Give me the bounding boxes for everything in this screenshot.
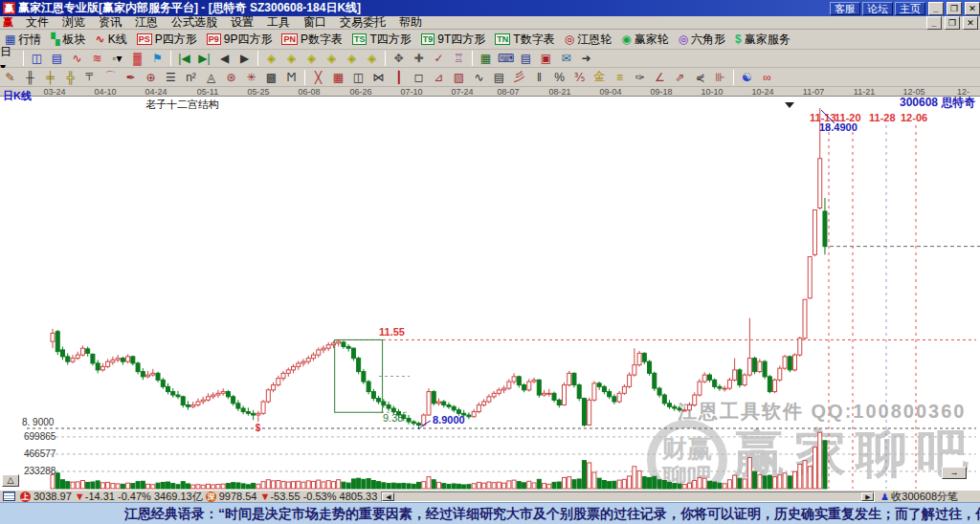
period-selector[interactable]: 日 ▾ xyxy=(0,51,20,67)
last-bar-icon[interactable]: ▶| xyxy=(194,51,214,67)
multi-kline-icon[interactable]: ≋ xyxy=(87,51,107,67)
child-minimize-button[interactable]: _ xyxy=(926,16,942,30)
gann-fan-up-tool-icon[interactable]: ∠ xyxy=(650,69,670,85)
arc-tool-icon[interactable]: ⌒ xyxy=(100,69,121,85)
dense-grid-tool-icon[interactable]: ▦ xyxy=(328,69,348,85)
service-link[interactable]: 客服 xyxy=(830,2,860,15)
pane-toggle-button[interactable]: △ xyxy=(2,474,19,487)
gann-fan-dn-tool-icon[interactable]: ⇗ xyxy=(670,69,690,85)
link-icon[interactable]: ✉ xyxy=(556,51,576,67)
scrollbar-right-icon[interactable]: ▶ xyxy=(861,492,874,501)
tick-tool-icon[interactable]: ⋈ xyxy=(368,69,389,85)
star-tool-icon[interactable]: ✳ xyxy=(241,69,261,85)
menu-3[interactable]: 江恩 xyxy=(128,14,165,31)
rect-tool-icon[interactable]: ◻ xyxy=(409,69,429,85)
diamond-expand-icon[interactable]: ◈ xyxy=(301,51,322,67)
triangle-tool-icon[interactable]: ◬ xyxy=(201,69,221,85)
homepage-link[interactable]: 主页 xyxy=(895,2,925,15)
marker-dropdown[interactable]: ◦▾ xyxy=(107,51,127,67)
stripes-tool-icon[interactable]: 彡 xyxy=(509,69,529,85)
menu-4[interactable]: 公式选股 xyxy=(165,14,224,31)
save-icon[interactable]: ▣ xyxy=(536,51,556,67)
menu-1[interactable]: 浏览 xyxy=(56,14,92,31)
hexagon-button[interactable]: ◎六角形 xyxy=(674,31,730,48)
vline-tool-icon[interactable]: ┃ xyxy=(389,69,409,85)
lines-tool-icon[interactable]: ☰ xyxy=(161,69,181,85)
gold-line-tool-icon[interactable]: ≡ xyxy=(610,69,630,85)
calculator-icon[interactable]: ⌨ xyxy=(496,51,516,67)
kline-style-icon[interactable]: ▓ xyxy=(127,51,147,67)
flag-icon[interactable]: ⚑ xyxy=(147,51,167,67)
speed-line-tool-icon[interactable]: ⋞ xyxy=(690,69,710,85)
menu-8[interactable]: 交易委托 xyxy=(333,14,392,31)
hand-tool-icon[interactable]: ✥ xyxy=(389,51,409,67)
panel-tool-icon[interactable]: ▤ xyxy=(489,69,509,85)
wheel-tool-icon[interactable]: ⊛ xyxy=(221,69,241,85)
parallel-tool-icon[interactable]: ‖ xyxy=(529,69,549,85)
diamond-right-icon[interactable]: ◈ xyxy=(281,51,301,67)
level-tool-icon[interactable]: 〒 xyxy=(80,69,100,85)
tripod-tool-icon[interactable]: ♖ xyxy=(449,51,469,67)
infinity-icon[interactable]: ∞ xyxy=(757,69,777,85)
kline-chart[interactable]: 江恩工具软件 QQ:100800360 赢家聊吧 财赢聊吧 11-1311-20… xyxy=(0,97,980,490)
next-bar-icon[interactable]: ▶ xyxy=(234,51,255,67)
wave-tool-icon[interactable]: ∿ xyxy=(469,69,489,85)
restore-button[interactable]: ❐ xyxy=(947,2,962,15)
diamond-all-icon[interactable]: ◈ xyxy=(362,51,382,67)
p-table-button[interactable]: PNP数字表 xyxy=(277,31,347,48)
winner-service-button[interactable]: $赢家服务 xyxy=(730,31,795,48)
percent3-tool-icon[interactable]: ⅗ xyxy=(569,69,590,85)
angle-tool-icon[interactable]: ⊿ xyxy=(429,69,449,85)
calendar-icon[interactable]: ▦ xyxy=(476,51,496,67)
scrollbar-left-icon[interactable]: ◀ xyxy=(382,492,394,501)
gold-ratio-tool-icon[interactable]: 金 xyxy=(590,69,610,85)
menu-6[interactable]: 工具 xyxy=(260,14,297,31)
menu-5[interactable]: 设置 xyxy=(224,14,260,31)
kline-button[interactable]: ∿K线 xyxy=(91,31,132,48)
check-tool-icon[interactable]: ✓ xyxy=(429,51,449,67)
menu-7[interactable]: 窗口 xyxy=(297,14,333,31)
grid-tool-2-icon[interactable]: ╬ xyxy=(60,69,80,85)
quote-grid-icon[interactable] xyxy=(3,491,15,501)
box-grid-tool-icon[interactable]: ◫ xyxy=(348,69,368,85)
exit-icon[interactable]: ➜ xyxy=(576,51,596,67)
prev-bar-icon[interactable]: ◀ xyxy=(214,51,234,67)
minimize-button[interactable]: _ xyxy=(928,2,944,15)
t-table-button[interactable]: TNT数字表 xyxy=(490,31,559,48)
horizontal-scrollbar[interactable]: ◀ ▶ xyxy=(381,491,875,502)
first-bar-icon[interactable]: |◀ xyxy=(174,51,194,67)
percent-tool-icon[interactable]: % xyxy=(549,69,569,85)
diamond-center-icon[interactable]: ◈ xyxy=(342,51,362,67)
p-square-button[interactable]: PSP四方形 xyxy=(132,31,202,48)
child-close-button[interactable]: ✕ xyxy=(963,16,978,30)
gann-line-tool-icon[interactable]: ╫ xyxy=(20,69,40,85)
diamond-left-icon[interactable]: ◈ xyxy=(261,51,281,67)
gann-wheel-button[interactable]: ◎江恩轮 xyxy=(560,31,616,48)
n2-tool-icon[interactable]: n² xyxy=(181,69,201,85)
diamond-shrink-icon[interactable]: ◈ xyxy=(322,51,342,67)
menu-2[interactable]: 资讯 xyxy=(92,14,128,31)
close-button[interactable]: ✕ xyxy=(965,2,980,15)
notepad-icon[interactable]: ▤ xyxy=(516,51,536,67)
hatch-tool-icon[interactable]: ▨ xyxy=(449,69,469,85)
forum-link[interactable]: 论坛 xyxy=(862,2,893,15)
cross-lines-tool-icon[interactable]: ╳ xyxy=(308,69,328,85)
zigzag-tool-icon[interactable]: Ϻ xyxy=(281,69,301,85)
shade-grid-tool-icon[interactable]: ▩ xyxy=(261,69,281,85)
crosshair-icon[interactable]: ✚ xyxy=(409,51,429,67)
t-square-button[interactable]: TST四方形 xyxy=(347,31,416,48)
menu-9[interactable]: 帮助 xyxy=(392,14,429,31)
sectors-button[interactable]: ▚板块 xyxy=(46,31,90,48)
grid-tool-1-icon[interactable]: ╪ xyxy=(40,69,60,85)
pencil-tool-icon[interactable]: ✎ xyxy=(0,69,20,85)
winner-wheel-button[interactable]: ◉赢家轮 xyxy=(616,31,673,48)
info-panel-icon[interactable]: ▤ xyxy=(47,51,67,67)
yinyang-icon[interactable]: ☯ xyxy=(737,69,757,85)
fib-time-tool-icon[interactable]: ⊪ xyxy=(710,69,730,85)
p9-square-button[interactable]: P99P四方形 xyxy=(202,31,278,48)
brush-tool-icon[interactable]: ✑ xyxy=(630,69,650,85)
pen2-tool-icon[interactable]: ✒ xyxy=(121,69,141,85)
circle-cross-tool-icon[interactable]: ⊕ xyxy=(141,69,161,85)
scroll-right-button[interactable]: → xyxy=(942,467,967,479)
menu-0[interactable]: 文件 xyxy=(19,14,56,31)
